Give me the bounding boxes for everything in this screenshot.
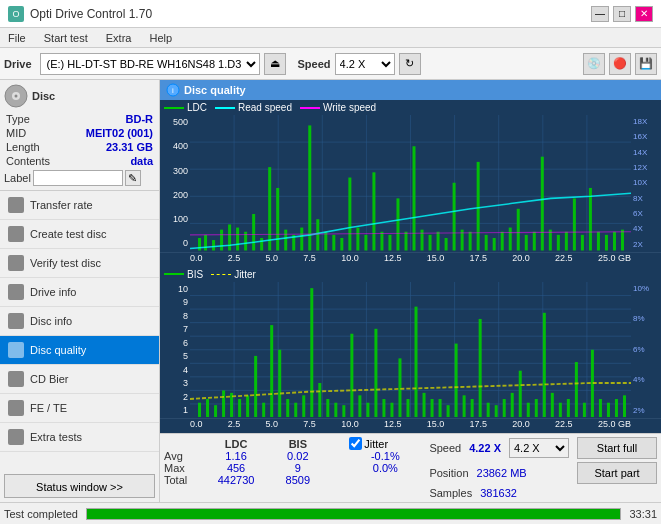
menu-start-test[interactable]: Start test — [40, 31, 92, 45]
sidebar-item-create-test-disc[interactable]: Create test disc — [0, 220, 159, 249]
disc-svg-icon — [4, 84, 28, 108]
eject-icon[interactable]: ⏏ — [264, 53, 286, 75]
label-input[interactable] — [33, 170, 123, 186]
svg-rect-54 — [485, 235, 488, 251]
maximize-button[interactable]: □ — [613, 6, 631, 22]
menu-help[interactable]: Help — [145, 31, 176, 45]
minimize-button[interactable]: — — [591, 6, 609, 22]
transfer-rate-icon — [8, 197, 24, 213]
statusbar: Test completed 33:31 — [0, 502, 661, 524]
svg-rect-49 — [445, 238, 448, 251]
save-icon[interactable]: 💾 — [635, 53, 657, 75]
svg-text:i: i — [172, 86, 174, 95]
top-x-axis: 0.0 2.5 5.0 7.5 10.0 12.5 15.0 17.5 20.0… — [160, 253, 661, 267]
sidebar-item-cd-bier[interactable]: CD Bier — [0, 365, 159, 394]
svg-rect-19 — [204, 235, 207, 251]
progress-bar — [86, 508, 621, 520]
length-value: 23.31 GB — [106, 141, 153, 153]
stats-footer: LDC BIS Jitter Avg 1.16 0.0 — [160, 433, 661, 502]
svg-rect-110 — [358, 395, 361, 417]
sidebar-item-disc-quality[interactable]: Disc quality — [0, 336, 159, 365]
sidebar-item-label: Extra tests — [30, 431, 82, 443]
svg-rect-98 — [262, 402, 265, 417]
svg-rect-34 — [324, 232, 327, 251]
sidebar-item-verify-test-disc[interactable]: Verify test disc — [0, 249, 159, 278]
svg-rect-106 — [326, 399, 329, 417]
disc-quality-icon — [8, 342, 24, 358]
svg-rect-118 — [423, 392, 426, 417]
svg-rect-101 — [286, 399, 289, 417]
quality-title: Disc quality — [184, 84, 246, 96]
sidebar-item-label: Verify test disc — [30, 257, 101, 269]
svg-rect-129 — [511, 392, 514, 417]
svg-rect-57 — [509, 228, 512, 251]
total-row: Total 442730 8509 — [164, 474, 421, 486]
svg-rect-21 — [220, 230, 223, 251]
svg-rect-125 — [479, 318, 482, 417]
svg-rect-18 — [198, 238, 201, 251]
status-window-button[interactable]: Status window >> — [4, 474, 155, 498]
speed-stat-select[interactable]: 4.2 X — [509, 438, 569, 458]
svg-rect-31 — [300, 228, 303, 251]
contents-value: data — [130, 155, 153, 167]
label-edit-button[interactable]: ✎ — [125, 170, 141, 186]
disc-mid-row: MID MEIT02 (001) — [4, 126, 155, 140]
svg-rect-103 — [302, 395, 305, 417]
stats-table-area: LDC BIS Jitter Avg 1.16 0.0 — [164, 437, 421, 499]
disc-header: Disc — [4, 84, 155, 108]
jitter-checkbox[interactable] — [349, 437, 362, 450]
sidebar-item-fe-te[interactable]: FE / TE — [0, 394, 159, 423]
svg-rect-71 — [621, 230, 624, 251]
jitter-checkbox-label[interactable]: Jitter — [349, 437, 421, 450]
max-bis: 9 — [267, 462, 329, 474]
svg-rect-140 — [599, 399, 602, 417]
read-speed-legend-item: Read speed — [215, 102, 292, 113]
refresh-icon[interactable]: ↻ — [399, 53, 421, 75]
close-button[interactable]: ✕ — [635, 6, 653, 22]
avg-ldc: 1.16 — [205, 450, 267, 462]
bot-chart-container: BIS Jitter 10 9 8 7 6 5 4 — [160, 267, 661, 420]
sidebar-item-label: Transfer rate — [30, 199, 93, 211]
disc-type-row: Type BD-R — [4, 112, 155, 126]
svg-rect-135 — [559, 402, 562, 417]
start-part-button[interactable]: Start part — [577, 462, 657, 484]
speed-select[interactable]: 4.2 X — [335, 53, 395, 75]
drive-select[interactable]: (E:) HL-DT-ST BD-RE WH16NS48 1.D3 — [40, 53, 260, 75]
svg-rect-107 — [334, 402, 337, 417]
svg-rect-112 — [374, 328, 377, 417]
position-value: 23862 MB — [477, 467, 527, 479]
svg-rect-60 — [533, 232, 536, 251]
progress-bar-fill — [87, 509, 620, 519]
menu-extra[interactable]: Extra — [102, 31, 136, 45]
start-full-button[interactable]: Start full — [577, 437, 657, 459]
svg-rect-48 — [437, 232, 440, 251]
burn-icon[interactable]: 🔴 — [609, 53, 631, 75]
svg-rect-26 — [260, 238, 263, 251]
menubar: File Start test Extra Help — [0, 28, 661, 48]
svg-rect-121 — [447, 405, 450, 417]
svg-rect-33 — [316, 219, 319, 250]
bot-chart-svg — [190, 282, 631, 418]
length-label: Length — [6, 141, 40, 153]
sidebar-item-disc-info[interactable]: Disc info — [0, 307, 159, 336]
svg-rect-136 — [567, 399, 570, 417]
top-chart-container: LDC Read speed Write speed 500 — [160, 100, 661, 253]
titlebar-left: O Opti Drive Control 1.70 — [8, 6, 152, 22]
svg-rect-95 — [238, 399, 241, 417]
sidebar-item-transfer-rate[interactable]: Transfer rate — [0, 191, 159, 220]
svg-rect-50 — [453, 183, 456, 251]
svg-rect-43 — [396, 198, 399, 250]
sidebar-item-drive-info[interactable]: Drive info — [0, 278, 159, 307]
total-ldc: 442730 — [205, 474, 267, 486]
svg-rect-97 — [254, 355, 257, 417]
menu-file[interactable]: File — [4, 31, 30, 45]
sidebar-item-extra-tests[interactable]: Extra tests — [0, 423, 159, 452]
svg-rect-68 — [597, 232, 600, 251]
max-ldc: 456 — [205, 462, 267, 474]
disc-icon[interactable]: 💿 — [583, 53, 605, 75]
contents-label: Contents — [6, 155, 50, 167]
jitter-label: Jitter — [364, 438, 388, 450]
ldc-legend-item: LDC — [164, 102, 207, 113]
svg-rect-58 — [517, 209, 520, 251]
svg-rect-138 — [583, 402, 586, 417]
